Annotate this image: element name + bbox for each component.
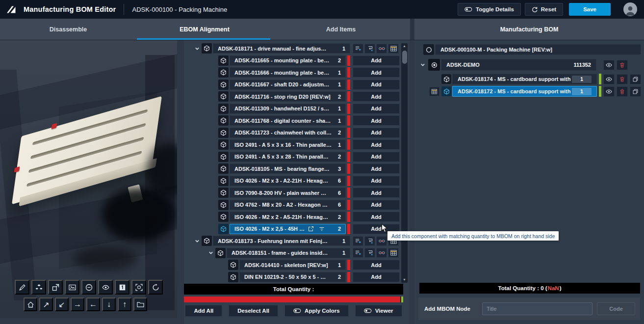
fullscreen-button[interactable]	[48, 280, 63, 295]
ebom-row[interactable]: ISO 4762 - M8 x 20 - A2 - Hexagon …6Add	[184, 200, 400, 210]
add-to-mbom-button[interactable]	[353, 236, 363, 246]
ebom-row-bar[interactable]: ADSK-018151 - frame - guides insid…1	[227, 248, 350, 258]
grid-button[interactable]	[388, 44, 399, 54]
grid-button[interactable]	[388, 248, 399, 258]
folder-button[interactable]	[133, 297, 147, 311]
delete-button[interactable]	[617, 60, 628, 70]
add-button[interactable]: Add	[353, 67, 400, 78]
add-button[interactable]: Add	[353, 188, 400, 198]
add-button[interactable]: Add	[353, 272, 400, 282]
ebom-row[interactable]: ADSK-011768 - digital counter - sha…1Add	[184, 115, 400, 126]
link-button[interactable]	[376, 236, 387, 246]
chevron-down-icon[interactable]	[419, 61, 426, 68]
arrow-up-button[interactable]: ↑	[118, 297, 131, 311]
ebom-row[interactable]: ISO 4026 - M2 x 2,5 - 45H …2Add	[184, 224, 400, 234]
ebom-row-bar[interactable]: ADSK-014410 - skeleton [REV:w]1	[239, 260, 346, 270]
ebom-row-bar[interactable]: ADSK-011666 - mounting plate - be…1	[230, 67, 346, 78]
ebom-row-bar[interactable]: ADSK-011768 - digital counter - sha…1	[230, 115, 346, 126]
ebom-row[interactable]: ADSK-011665 - mounting plate - be…2Add	[184, 55, 400, 66]
add-button[interactable]: Add	[353, 163, 400, 174]
viewer-button[interactable]: Viewer	[355, 305, 402, 317]
scrollbar-thumb[interactable]	[402, 51, 407, 64]
ebom-row[interactable]: ADSK-018105 - MS - bearing flange…3Add	[184, 163, 400, 174]
add-button[interactable]: Add	[353, 128, 400, 138]
reset-button[interactable]: Reset	[525, 3, 563, 16]
zoom-out-button[interactable]	[81, 280, 96, 295]
tab-ebom-alignment[interactable]: EBOM Alignment	[136, 19, 273, 40]
link-button[interactable]	[376, 248, 387, 258]
explode-button[interactable]	[31, 280, 46, 295]
ebom-row[interactable]: ADSK-011716 - stop ring D20 [REV:w]2Add	[184, 91, 400, 102]
tab-disassemble[interactable]: Disassemble	[0, 19, 136, 40]
ebom-row-bar[interactable]: ADSK-011309 - handwheel D152 / s…1	[230, 104, 346, 114]
add-button[interactable]: Add	[353, 55, 400, 66]
add-button[interactable]: Add	[353, 104, 400, 114]
ebom-row[interactable]: ADSK-011666 - mounting plate - be…1Add	[184, 67, 400, 78]
add-button[interactable]: Add	[353, 115, 400, 126]
visibility-button[interactable]	[603, 60, 615, 70]
code-button[interactable]: Code	[597, 302, 635, 315]
ebom-row[interactable]: DIN EN 10219-2 - 50 x 50 x 5 - …2Add	[184, 272, 400, 282]
mbom-item-bar[interactable]: ADSK-018174 - MS - cardboard support wit…	[452, 74, 597, 84]
mbom-group-row[interactable]: ADSK-DEMO 111352	[419, 59, 641, 71]
add-to-mbom-button[interactable]	[353, 248, 363, 258]
ebom-row-bar[interactable]: ISO 4762 - M8 x 20 - A2 - Hexagon …6	[230, 200, 346, 210]
chevron-down-icon[interactable]	[207, 249, 214, 256]
ebom-row-bar[interactable]: ISO 4026 - M2 x 2,5 - 45H …2	[230, 224, 346, 234]
add-child-button[interactable]	[364, 248, 375, 258]
external-link-icon[interactable]	[308, 225, 315, 232]
deselect-all-button[interactable]: Deselect All	[229, 305, 278, 317]
ebom-row[interactable]: ADSK-018171 - drive manual - fine adjus……	[184, 43, 400, 54]
measure-button[interactable]	[15, 280, 29, 295]
chevron-down-icon[interactable]	[194, 45, 201, 52]
toggle-details-button[interactable]: Toggle Details	[458, 3, 521, 16]
add-button[interactable]: Add	[353, 212, 400, 222]
ebom-row[interactable]: ADSK-014410 - skeleton [REV:w]1Add	[184, 260, 400, 270]
ebom-row-bar[interactable]: DIN EN 10219-2 - 50 x 50 x 5 - …2	[239, 272, 346, 282]
duplicate-button[interactable]	[630, 86, 641, 97]
ebom-row[interactable]: ADSK-018151 - frame - guides insid…1	[184, 248, 400, 258]
ebom-row[interactable]: ADSK-011667 - shaft D20 - adjustm…1Add	[184, 80, 400, 90]
screenshot-button[interactable]	[65, 280, 79, 295]
add-button[interactable]: Add	[353, 152, 400, 162]
mbom-item-bar[interactable]: ADSK-018172 - MS - cardboard support wit…	[452, 86, 597, 97]
ebom-row-bar[interactable]: ISO 4026 - M2 x 3 - A2-21H - Hexag…6	[230, 176, 346, 186]
focus-model-button[interactable]	[131, 280, 146, 295]
delete-button[interactable]	[617, 74, 628, 84]
scroll-down-icon[interactable]: ▼	[401, 277, 408, 283]
ebom-scrollbar[interactable]: ▲ ▼	[401, 43, 408, 283]
add-child-button[interactable]	[364, 236, 375, 246]
title-input[interactable]	[482, 302, 592, 315]
ebom-row-bar[interactable]: ISO 2491 - A 5 x 3 x 16 - Thin paralle…1	[230, 139, 346, 150]
ebom-row[interactable]: ISO 4026 - M2 x 3 - A2-21H - Hexag…6Add	[184, 176, 400, 186]
ebom-row-bar[interactable]: ADSK-011665 - mounting plate - be…2	[230, 55, 346, 66]
filter-icon[interactable]	[319, 225, 326, 232]
add-all-button[interactable]: Add All	[185, 305, 222, 317]
add-button[interactable]: Add	[353, 91, 400, 102]
duplicate-button[interactable]	[630, 74, 641, 84]
add-child-button[interactable]	[364, 44, 375, 54]
ebom-row[interactable]: ISO 2491 - A 5 x 3 x 16 - Thin paralle…1…	[184, 139, 400, 150]
visibility-button[interactable]	[603, 74, 615, 84]
grid-button[interactable]	[429, 87, 439, 96]
scroll-up-icon[interactable]: ▲	[401, 43, 408, 49]
add-button[interactable]: Add	[353, 80, 400, 90]
ebom-row-bar[interactable]: ISO 2491 - A 5 x 3 x 28 - Thin parall…2	[230, 152, 346, 162]
ebom-row-bar[interactable]: ADSK-018171 - drive manual - fine adjus……	[213, 43, 350, 54]
quantity-field[interactable]: 1	[572, 88, 592, 95]
link-button[interactable]	[376, 44, 387, 54]
visibility-button[interactable]	[98, 280, 113, 295]
visibility-button[interactable]	[603, 86, 615, 97]
arrow-up-right-button[interactable]: ↗	[39, 297, 53, 311]
avatar[interactable]	[623, 2, 637, 16]
add-button[interactable]: Add	[353, 260, 400, 270]
save-button[interactable]: Save	[569, 3, 611, 16]
ebom-row-bar[interactable]: ADSK-011716 - stop ring D20 [REV:w]2	[230, 91, 346, 102]
orbit-button[interactable]	[148, 280, 163, 295]
ebom-row[interactable]: ISO 2491 - A 5 x 3 x 28 - Thin parall…2A…	[184, 152, 400, 162]
apply-colors-button[interactable]: Apply Colors	[284, 305, 349, 317]
mbom-item-row[interactable]: ADSK-018172 - MS - cardboard support wit…	[429, 86, 641, 97]
ebom-row-bar[interactable]: ADSK-018173 - Fuehrung innen mit Feinj…1	[213, 236, 350, 246]
mbom-item-row[interactable]: ADSK-018174 - MS - cardboard support wit…	[429, 74, 641, 84]
ebom-row-bar[interactable]: ADSK-011723 - chainwheel with coll…2	[230, 128, 346, 138]
